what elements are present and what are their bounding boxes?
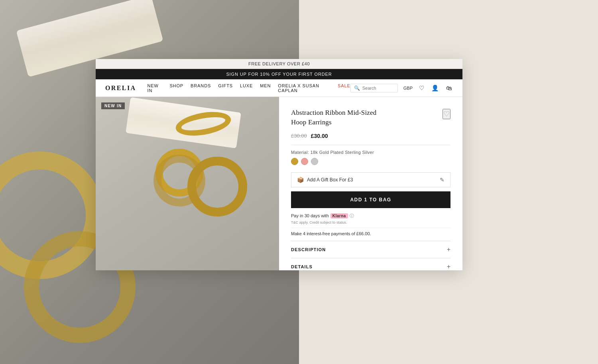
klarna-info-text: T&C apply. Credit subject to status. — [291, 220, 450, 224]
new-in-badge: NEW IN — [101, 102, 125, 109]
search-input[interactable] — [362, 86, 394, 91]
klarna-logo: Klarna — [330, 213, 348, 218]
currency-selector[interactable]: GBP — [403, 86, 413, 91]
gift-box-row[interactable]: 📦 Add A Gift Box For £3 ✎ — [291, 172, 450, 187]
search-icon: 🔍 — [354, 85, 360, 91]
nav-link-gifts[interactable]: GIFTS — [218, 83, 233, 93]
gift-edit-icon: ✎ — [440, 177, 445, 183]
promo-suffix-text: FOR 10% OFF YOUR FIRST ORDER — [247, 72, 332, 77]
accordion-details-label: DETAILS — [291, 264, 313, 269]
wishlist-heart-button[interactable]: ♡ — [443, 109, 450, 119]
logo[interactable]: ORELIA — [105, 85, 136, 92]
swatch-gold[interactable] — [291, 158, 298, 165]
swatch-rose[interactable] — [301, 158, 308, 165]
jewelry-bg — [96, 97, 279, 270]
installments-label: Make 4 interest-free payments of £66.00. — [291, 231, 371, 236]
search-box[interactable]: 🔍 — [350, 84, 398, 92]
navbar: ORELIA NEW IN SHOP BRANDS GIFTS LUXE MEN… — [96, 79, 462, 97]
free-delivery-bar: FREE DELIVERY OVER £40 — [96, 59, 462, 69]
nav-link-brands[interactable]: BRANDS — [191, 83, 211, 93]
nav-right: 🔍 GBP ♡ 👤 🛍 — [350, 84, 453, 92]
price-current: £30.00 — [311, 133, 328, 139]
bag-icon-btn[interactable]: 🛍 — [445, 84, 453, 92]
product-details-panel: Abstraction Ribbon Mid-Sized Hoop Earrin… — [279, 97, 462, 270]
product-layout: NEW IN Abstraction Ribbon Mid-Sized Hoop… — [96, 97, 462, 270]
product-title-row: Abstraction Ribbon Mid-Sized Hoop Earrin… — [291, 108, 450, 127]
nav-link-shop[interactable]: SHOP — [169, 83, 183, 93]
nav-link-sale[interactable]: SALE — [338, 83, 350, 93]
wishlist-icon-btn[interactable]: ♡ — [418, 84, 425, 92]
klarna-divider — [291, 228, 450, 228]
ring-inner-detail — [153, 155, 205, 207]
nav-link-orelia-susan[interactable]: ORELIA X SUSAN CAPLAN — [278, 83, 330, 93]
gift-box-left: 📦 Add A Gift Box For £3 — [297, 177, 353, 183]
accordion-description[interactable]: DESCRIPTION + — [291, 241, 450, 258]
accordion-description-icon: + — [447, 246, 450, 253]
gift-box-icon: 📦 — [297, 177, 304, 183]
nav-links: NEW IN SHOP BRANDS GIFTS LUXE MEN ORELIA… — [148, 83, 350, 93]
gift-box-label: Add A Gift Box For £3 — [307, 177, 353, 183]
add-to-bag-button[interactable]: ADD 1 TO BAG — [291, 191, 450, 208]
price-original: £30.00 — [291, 133, 307, 139]
product-image-area: NEW IN — [96, 97, 279, 270]
price-row: £30.00 £30.00 — [291, 133, 450, 145]
nav-link-men[interactable]: MEN — [260, 83, 271, 93]
promo-bar: SIGN UP FOR 10% OFF YOUR FIRST ORDER — [96, 69, 462, 79]
sign-up-link[interactable]: SIGN UP — [226, 72, 246, 77]
nav-link-luxe[interactable]: LUXE — [240, 83, 253, 93]
accordion-details-icon: + — [447, 263, 450, 270]
installments-text: Make 4 interest-free payments of £66.00. — [291, 231, 450, 236]
klarna-row: Pay in 30 days with Klarna ⓘ — [291, 213, 450, 219]
product-title: Abstraction Ribbon Mid-Sized Hoop Earrin… — [291, 108, 387, 127]
material-label: Material: 18k Gold Plated Sterling Silve… — [291, 150, 450, 155]
account-icon-btn[interactable]: 👤 — [431, 84, 440, 92]
accordion-details[interactable]: DETAILS + — [291, 258, 450, 270]
swatch-silver[interactable] — [311, 158, 318, 165]
color-swatches — [291, 158, 450, 165]
klarna-info-icon: ⓘ — [350, 213, 354, 219]
nav-link-new-in[interactable]: NEW IN — [148, 83, 163, 93]
accordion-description-label: DESCRIPTION — [291, 247, 326, 252]
free-delivery-text: FREE DELIVERY OVER £40 — [248, 61, 310, 66]
browser-card: FREE DELIVERY OVER £40 SIGN UP FOR 10% O… — [96, 59, 462, 270]
klarna-text: Pay in 30 days with — [291, 213, 329, 218]
